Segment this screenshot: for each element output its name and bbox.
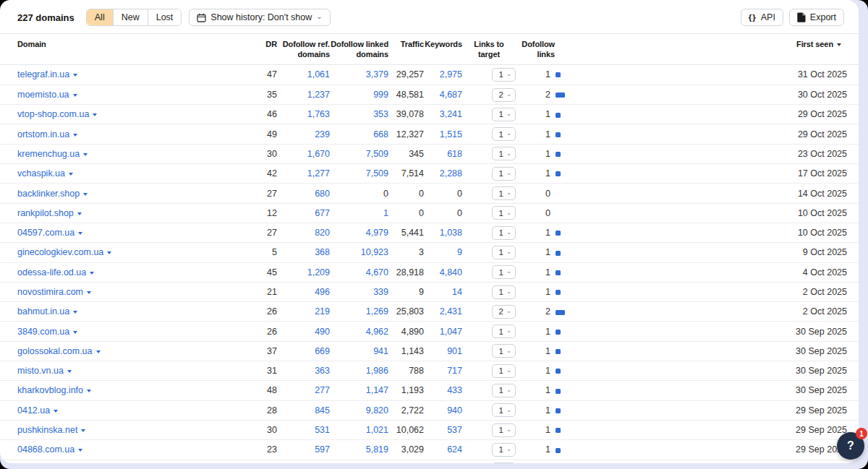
domain-dropdown-caret-icon[interactable] bbox=[90, 272, 94, 275]
domain-link[interactable]: ginecologkiev.com.ua bbox=[17, 247, 103, 257]
domain-link[interactable]: 04868.com.ua bbox=[17, 444, 75, 455]
domain-link[interactable]: novostimira.com bbox=[17, 287, 83, 297]
domain-link[interactable]: vchaspik.ua bbox=[17, 168, 65, 178]
domain-dropdown-caret-icon[interactable] bbox=[93, 113, 97, 116]
dofollow-linked-domains-value[interactable]: 1,021 bbox=[366, 425, 388, 435]
links-to-target-dropdown[interactable]: 1 ⌄ bbox=[492, 167, 516, 181]
domain-link[interactable]: 0412.ua bbox=[17, 405, 50, 416]
links-to-target-dropdown[interactable]: 2 ⌄ bbox=[492, 88, 516, 102]
keywords-value[interactable]: 940 bbox=[447, 405, 462, 416]
links-to-target-dropdown[interactable]: 1 ⌄ bbox=[492, 265, 516, 279]
api-button[interactable]: {} API bbox=[741, 9, 783, 26]
keywords-value[interactable]: 0 bbox=[457, 208, 462, 218]
column-header-dofollow-links[interactable]: Dofollow links bbox=[516, 39, 569, 60]
links-to-target-dropdown[interactable]: 1 ⌄ bbox=[492, 364, 516, 378]
domain-link[interactable]: kharkovblog.info bbox=[17, 385, 83, 395]
dofollow-linked-domains-value[interactable]: 941 bbox=[373, 346, 388, 356]
keywords-value[interactable]: 1,038 bbox=[440, 228, 462, 238]
dofollow-ref-domains-value[interactable]: 1,209 bbox=[307, 267, 330, 277]
links-to-target-dropdown[interactable]: 1 ⌄ bbox=[492, 127, 516, 141]
links-to-target-dropdown[interactable]: 1 ⌄ bbox=[492, 186, 516, 200]
dofollow-ref-domains-value[interactable]: 277 bbox=[315, 385, 330, 395]
dofollow-ref-domains-value[interactable]: 239 bbox=[315, 129, 330, 139]
column-header-keywords[interactable]: Keywords bbox=[424, 39, 462, 49]
dofollow-ref-domains-value[interactable]: 490 bbox=[315, 327, 330, 337]
dofollow-linked-domains-value[interactable]: 4,979 bbox=[366, 228, 388, 238]
domain-dropdown-caret-icon[interactable] bbox=[87, 291, 91, 294]
dofollow-ref-domains-value[interactable]: 219 bbox=[315, 306, 330, 317]
links-to-target-dropdown[interactable]: 1 ⌄ bbox=[492, 344, 516, 358]
domain-dropdown-caret-icon[interactable] bbox=[87, 390, 91, 392]
dofollow-linked-domains-value[interactable]: 3,379 bbox=[366, 69, 388, 79]
keywords-value[interactable]: 4,840 bbox=[440, 267, 462, 277]
domain-link[interactable]: 04597.com.ua bbox=[17, 228, 75, 238]
domain-link[interactable]: ortstom.in.ua bbox=[17, 129, 69, 139]
keywords-value[interactable]: 1,047 bbox=[440, 327, 462, 337]
keywords-value[interactable]: 4,687 bbox=[440, 90, 462, 100]
links-to-target-dropdown[interactable]: 1 ⌄ bbox=[492, 226, 516, 240]
links-to-target-dropdown[interactable]: 1 ⌄ bbox=[492, 206, 516, 220]
domain-link[interactable]: kremenchug.ua bbox=[17, 149, 80, 159]
keywords-value[interactable]: 14 bbox=[452, 287, 462, 297]
domain-dropdown-caret-icon[interactable] bbox=[78, 449, 82, 452]
domain-link[interactable]: bahmut.in.ua bbox=[17, 306, 69, 317]
dofollow-ref-domains-value[interactable]: 597 bbox=[315, 444, 330, 455]
dofollow-linked-domains-value[interactable]: 999 bbox=[373, 90, 388, 100]
domain-link[interactable]: vtop-shop.com.ua bbox=[17, 109, 89, 119]
domain-dropdown-caret-icon[interactable] bbox=[81, 429, 85, 432]
dofollow-linked-domains-value[interactable]: 339 bbox=[373, 287, 388, 297]
export-button[interactable]: Export bbox=[789, 9, 844, 26]
dofollow-ref-domains-value[interactable]: 496 bbox=[315, 287, 330, 297]
domain-link[interactable]: telegraf.in.ua bbox=[17, 69, 69, 79]
dofollow-ref-domains-value[interactable]: 363 bbox=[315, 366, 330, 376]
domain-dropdown-caret-icon[interactable] bbox=[107, 251, 111, 254]
column-header-domain[interactable]: Domain bbox=[17, 39, 258, 49]
dofollow-ref-domains-value[interactable]: 1,763 bbox=[307, 109, 330, 119]
keywords-value[interactable]: 3,241 bbox=[440, 109, 462, 119]
links-to-target-dropdown[interactable]: 1 ⌄ bbox=[492, 403, 516, 417]
dofollow-ref-domains-value[interactable]: 820 bbox=[315, 228, 330, 238]
links-to-target-dropdown[interactable]: 2 ⌄ bbox=[492, 305, 516, 319]
domain-dropdown-caret-icon[interactable] bbox=[83, 193, 88, 196]
keywords-value[interactable]: 624 bbox=[447, 444, 462, 455]
keywords-value[interactable]: 618 bbox=[447, 149, 462, 159]
keywords-value[interactable]: 537 bbox=[447, 425, 462, 435]
dofollow-linked-domains-value[interactable]: 668 bbox=[373, 129, 388, 139]
links-to-target-dropdown[interactable]: 1 ⌄ bbox=[492, 108, 516, 121]
links-to-target-dropdown[interactable]: 1 ⌄ bbox=[492, 443, 516, 457]
dofollow-ref-domains-value[interactable]: 1,237 bbox=[307, 90, 330, 100]
column-header-links-to-target[interactable]: Links to target bbox=[462, 39, 516, 60]
keywords-value[interactable]: 1,515 bbox=[440, 129, 462, 139]
segment-lost[interactable]: Lost bbox=[148, 9, 182, 25]
links-to-target-dropdown[interactable]: 1 ⌄ bbox=[492, 423, 516, 437]
dofollow-linked-domains-value[interactable]: 353 bbox=[373, 109, 388, 119]
dofollow-linked-domains-value[interactable]: 1,269 bbox=[366, 306, 388, 317]
keywords-value[interactable]: 9 bbox=[457, 247, 462, 257]
domain-dropdown-caret-icon[interactable] bbox=[67, 370, 72, 373]
domain-dropdown-caret-icon[interactable] bbox=[78, 232, 82, 235]
dofollow-linked-domains-value[interactable]: 5,819 bbox=[366, 444, 388, 455]
dofollow-ref-domains-value[interactable]: 669 bbox=[315, 346, 330, 356]
links-to-target-dropdown[interactable]: 1 ⌄ bbox=[492, 285, 516, 299]
dofollow-linked-domains-value[interactable]: 9,820 bbox=[366, 405, 388, 416]
segment-new[interactable]: New bbox=[113, 9, 148, 25]
domain-link[interactable]: moemisto.ua bbox=[17, 90, 69, 100]
column-header-first-seen[interactable]: First seen bbox=[569, 39, 847, 49]
column-header-dr[interactable]: DR bbox=[258, 39, 277, 49]
dofollow-ref-domains-value[interactable]: 1,061 bbox=[307, 69, 330, 79]
column-header-dofollow-ref-domains[interactable]: Dofollow ref. domains bbox=[277, 39, 330, 60]
links-to-target-dropdown[interactable]: 1 ⌄ bbox=[492, 384, 516, 397]
keywords-value[interactable]: 901 bbox=[447, 346, 462, 356]
keywords-value[interactable]: 433 bbox=[447, 385, 462, 395]
domain-link[interactable]: misto.vn.ua bbox=[17, 366, 64, 376]
domain-link[interactable]: odessa-life.od.ua bbox=[17, 267, 86, 277]
links-to-target-dropdown[interactable]: 1 ⌄ bbox=[492, 68, 516, 82]
keywords-value[interactable]: 2,975 bbox=[440, 69, 462, 79]
dofollow-ref-domains-value[interactable]: 1,277 bbox=[307, 168, 330, 178]
keywords-value[interactable]: 0 bbox=[457, 189, 462, 199]
domain-dropdown-caret-icon[interactable] bbox=[77, 212, 82, 215]
column-header-dofollow-linked-domains[interactable]: Dofollow linked domains bbox=[330, 39, 388, 60]
dofollow-linked-domains-value[interactable]: 10,923 bbox=[361, 247, 388, 257]
dofollow-ref-domains-value[interactable]: 845 bbox=[315, 405, 330, 416]
dofollow-linked-domains-value[interactable]: 4,670 bbox=[366, 267, 388, 277]
